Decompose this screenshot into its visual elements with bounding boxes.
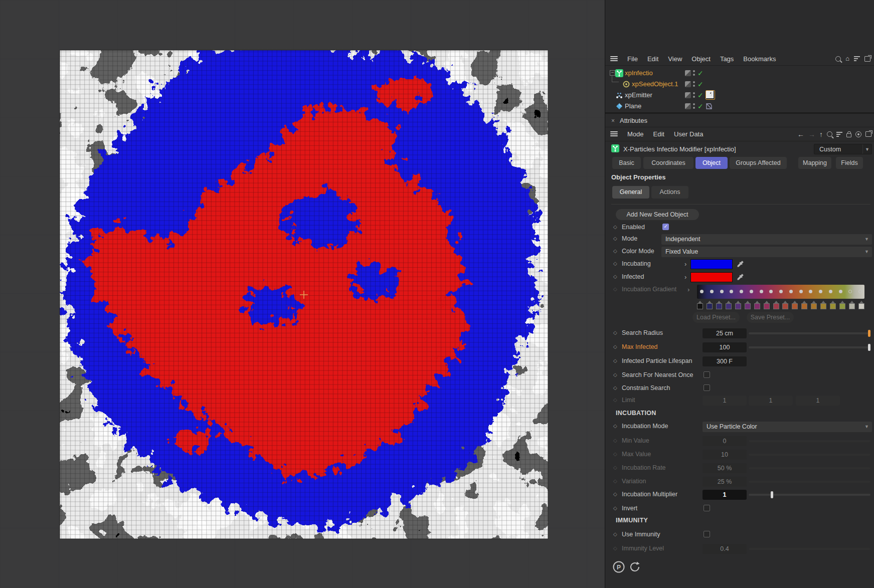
param-diamond-icon[interactable]: ◇ (613, 358, 617, 363)
visibility-dots-icon[interactable] (693, 81, 695, 87)
incubation-gradient-bar[interactable] (697, 285, 864, 299)
max-infected-slider[interactable] (749, 346, 870, 348)
polygon-tag-icon[interactable] (706, 103, 713, 110)
min-value-slider[interactable] (749, 440, 870, 442)
search-icon[interactable] (835, 56, 841, 62)
attr-menu-mode[interactable]: Mode (627, 130, 644, 138)
object-row-xpseedobject[interactable]: xpSeedObject.1 ✓ (605, 79, 874, 89)
object-row-plane[interactable]: Plane ✓ (605, 101, 874, 111)
visibility-dots-icon[interactable] (693, 92, 695, 98)
tab-object[interactable]: Object (695, 157, 728, 169)
object-label[interactable]: xpSeedObject.1 (632, 80, 678, 88)
variation-input[interactable]: 25 % (703, 477, 747, 487)
enabled-check-icon[interactable]: ✓ (697, 81, 704, 88)
save-preset-button[interactable]: Save Preset... (747, 312, 794, 323)
mode-dropdown[interactable]: Independent ▼ (661, 234, 872, 245)
preset-dropdown[interactable]: Custom ▼ (814, 144, 872, 154)
enabled-checkbox[interactable] (662, 224, 669, 230)
incubation-mode-dropdown[interactable]: Use Particle Color ▼ (703, 422, 872, 432)
chevron-down-icon[interactable]: ▼ (862, 144, 871, 154)
close-icon[interactable]: × (611, 117, 615, 124)
object-label[interactable]: xpEmitter (625, 91, 652, 99)
immunity-level-input[interactable]: 0.4 (703, 544, 747, 554)
layer-chip-icon[interactable] (685, 92, 691, 98)
menu-object[interactable]: Object (691, 55, 711, 63)
visibility-dots-icon[interactable] (693, 70, 695, 76)
search-radius-slider[interactable] (749, 332, 870, 334)
object-row-xpemitter[interactable]: xpEmitter ✓ (605, 90, 874, 100)
param-diamond-icon[interactable]: ◇ (613, 261, 617, 266)
subtab-actions[interactable]: Actions (651, 186, 688, 199)
add-new-seed-object-button[interactable]: Add New Seed Object (616, 209, 699, 220)
help-icon[interactable]: P (612, 560, 625, 575)
param-diamond-icon[interactable]: ◇ (613, 274, 617, 279)
hamburger-icon[interactable] (610, 56, 618, 62)
infected-lifespan-input[interactable]: 300 F (703, 356, 747, 366)
object-label[interactable]: Plane (625, 102, 641, 110)
attr-menu-edit[interactable]: Edit (653, 130, 664, 138)
tab-basic[interactable]: Basic (612, 157, 641, 169)
infected-color-swatch[interactable] (690, 272, 733, 282)
tab-mapping[interactable]: Mapping (798, 157, 831, 169)
param-diamond-icon[interactable]: ◇ (613, 330, 617, 335)
layer-chip-icon[interactable] (685, 103, 691, 109)
menu-file[interactable]: File (627, 55, 638, 63)
search-icon[interactable] (827, 131, 832, 137)
expand-chevron-icon[interactable]: › (687, 286, 689, 293)
back-icon[interactable]: ← (797, 131, 804, 138)
param-diamond-icon[interactable]: ◇ (613, 372, 617, 377)
search-radius-input[interactable]: 25 cm (703, 328, 747, 338)
param-diamond-icon[interactable]: ◇ (613, 248, 617, 254)
limit-x-input[interactable]: 1 (703, 396, 747, 406)
subtab-general[interactable]: General (612, 186, 649, 199)
incubation-rate-input[interactable]: 50 % (703, 463, 747, 473)
up-icon[interactable]: ↑ (819, 131, 823, 138)
filter-icon[interactable] (854, 56, 860, 61)
use-immunity-checkbox[interactable] (704, 531, 710, 537)
viewport-3d[interactable] (0, 0, 605, 588)
collapse-icon[interactable]: – (610, 70, 615, 76)
incubation-gradient-knots[interactable] (697, 300, 864, 310)
param-diamond-icon[interactable]: ◇ (613, 236, 617, 241)
tab-coordinates[interactable]: Coordinates (643, 157, 693, 169)
incubation-multiplier-input[interactable]: 1 (703, 490, 747, 500)
attr-menu-userdata[interactable]: User Data (674, 130, 704, 138)
incubating-color-swatch[interactable] (690, 259, 733, 269)
expand-chevron-icon[interactable]: › (684, 260, 686, 268)
panel-layout-icon[interactable] (864, 56, 870, 62)
layer-chip-icon[interactable] (685, 70, 691, 76)
search-nearest-checkbox[interactable] (704, 371, 710, 378)
load-preset-button[interactable]: Load Preset... (692, 312, 740, 323)
menu-bookmarks[interactable]: Bookmarks (743, 55, 776, 63)
param-diamond-icon[interactable]: ◇ (613, 531, 617, 537)
home-icon[interactable]: ⌂ (845, 56, 849, 62)
object-row-xpinfectio[interactable]: – xpInfectio ✓ (605, 68, 874, 78)
variation-slider[interactable] (749, 481, 870, 483)
param-diamond-icon[interactable]: ◇ (613, 385, 617, 390)
expand-chevron-icon[interactable]: › (684, 273, 686, 281)
max-value-input[interactable]: 10 (703, 450, 747, 460)
menu-edit[interactable]: Edit (647, 55, 658, 63)
param-diamond-icon[interactable]: ◇ (613, 286, 617, 292)
tab-fields[interactable]: Fields (836, 157, 863, 169)
panel-splitter[interactable] (605, 112, 874, 114)
max-infected-input[interactable]: 100 (703, 342, 747, 352)
param-diamond-icon[interactable]: ◇ (613, 505, 617, 511)
eyedropper-icon[interactable] (737, 260, 744, 269)
enabled-check-icon[interactable]: ✓ (697, 103, 704, 110)
limit-z-input[interactable]: 1 (796, 396, 840, 406)
incubation-rate-slider[interactable] (749, 467, 870, 469)
incubation-multiplier-slider[interactable] (749, 494, 870, 496)
param-diamond-icon[interactable]: ◇ (613, 224, 617, 230)
layer-chip-icon[interactable] (685, 81, 691, 87)
param-diamond-icon[interactable]: ◇ (613, 491, 617, 497)
filter-icon[interactable] (836, 132, 842, 137)
invert-checkbox[interactable] (704, 505, 710, 511)
enabled-check-icon[interactable]: ✓ (697, 92, 704, 99)
lock-icon[interactable] (846, 133, 851, 137)
object-label[interactable]: xpInfectio (625, 69, 653, 77)
constrain-search-checkbox[interactable] (704, 384, 710, 391)
eyedropper-icon[interactable] (737, 273, 744, 282)
color-mode-dropdown[interactable]: Fixed Value ▼ (661, 247, 872, 257)
visibility-dots-icon[interactable] (693, 103, 695, 109)
